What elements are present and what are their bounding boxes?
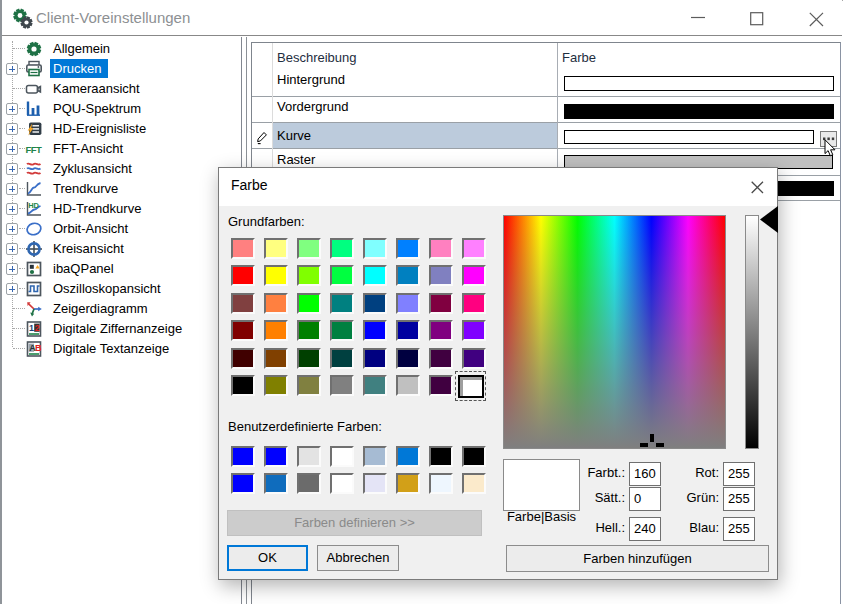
svg-text:HD: HD: [28, 201, 39, 210]
svg-text:FFT: FFT: [26, 144, 43, 155]
svg-text:1: 1: [29, 323, 34, 333]
svg-text:2: 2: [35, 323, 40, 333]
svg-text:B: B: [35, 343, 42, 353]
